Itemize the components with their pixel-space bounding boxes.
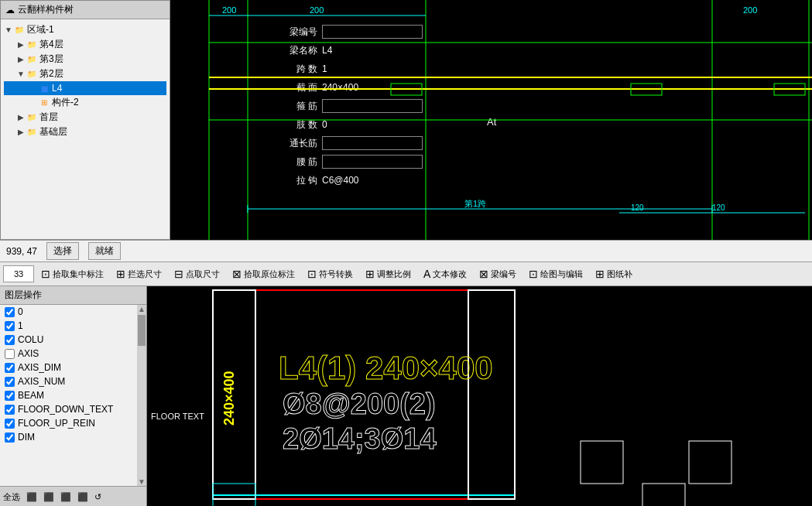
layer-checkbox[interactable] [5, 419, 15, 429]
toolbar-btn-draw-edit[interactable]: ⊡绘图与编辑 [523, 264, 588, 284]
zoom-input[interactable] [3, 265, 34, 282]
toolbar-btn-label: 调整比例 [377, 268, 411, 280]
layer-bottom-btn[interactable]: ⬛ [26, 492, 37, 502]
layer-bottom: 全选⬛⬛⬛⬛↺ [0, 486, 146, 506]
layer-name: COLU [18, 334, 43, 345]
tree-item-floor3[interactable]: ▶ 📁 第3层 [4, 52, 166, 67]
layer-checkbox[interactable] [5, 363, 15, 373]
layer-checkbox[interactable] [5, 405, 15, 415]
layer-checkbox[interactable] [5, 432, 15, 443]
svg-text:第1跨: 第1跨 [464, 199, 486, 208]
svg-text:L4(1) 240×400: L4(1) 240×400 [279, 350, 493, 386]
mode2[interactable]: 就绪 [88, 242, 121, 260]
tree-item-floor1[interactable]: ▶ 📁 首层 [4, 110, 166, 125]
layer-checkbox[interactable] [5, 391, 15, 401]
svg-text:200: 200 [222, 5, 236, 15]
tree-item-L4[interactable]: ▦ L4 [4, 81, 166, 95]
tree-item-base[interactable]: ▶ 📁 基础层 [4, 125, 166, 139]
layer-name: BEAM [18, 390, 44, 401]
tree-item-icon: 📁 [13, 24, 26, 36]
toolbar-btn-label: 梁编号 [491, 268, 516, 280]
toolbar-btn-label: 文本修改 [433, 268, 467, 280]
floor-text-label: FLOOR TEXT [151, 412, 204, 421]
tree-icon: ☁ [5, 5, 15, 15]
layer-checkbox[interactable] [5, 349, 15, 359]
layer-item-FLOOR_DOWN_TEXT: FLOOR_DOWN_TEXT [0, 402, 137, 416]
expand-icon: ▶ [16, 55, 26, 63]
svg-text:200: 200 [310, 5, 324, 15]
tree-panel: ☁ 云翻样构件树 ▼ 📁 区域-1 ▶ 📁 第4层 ▶ 📁 第3层 ▼ 📁 第2… [0, 0, 170, 240]
layer-item-BEAM: BEAM [0, 388, 137, 402]
mode1[interactable]: 选择 [46, 242, 79, 260]
expand-icon: ▼ [16, 70, 26, 78]
layer-name: AXIS_DIM [18, 362, 61, 373]
tree-item-icon: 📁 [26, 68, 38, 80]
svg-rect-38 [689, 441, 731, 484]
tree-title-text: 云翻样构件树 [18, 3, 74, 16]
svg-text:120: 120 [631, 203, 644, 212]
layer-name: DIM [18, 432, 35, 443]
toolbar-btn-drawing-edit[interactable]: ⊞图纸补 [590, 264, 638, 284]
toolbar-btn-label: 拾取集中标注 [53, 268, 104, 280]
svg-text:240×400: 240×400 [221, 371, 237, 426]
toolbar-btn-icon: ⊠ [479, 268, 488, 280]
tree-item-icon: 📁 [26, 111, 38, 124]
cad-top-svg: 200 200 200 第1跨 120 120 At [170, 0, 812, 240]
layer-bottom-btn[interactable]: ⬛ [43, 492, 54, 502]
layer-checkbox[interactable] [5, 377, 15, 387]
toolbar-btn-icon: ⊞ [595, 268, 605, 280]
toolbar-btn-symbol-convert[interactable]: ⊡符号转换 [302, 264, 358, 284]
layer-scrollbar[interactable]: ▲ ▼ [137, 305, 146, 486]
layer-bottom-btn[interactable]: ↺ [94, 492, 101, 502]
coordinates: 939, 47 [6, 246, 37, 257]
cad-top-area: 梁编号 梁名称 L4 跨 数 1 截 面 240×400 箍 筋 肢 数 0 通… [170, 0, 812, 240]
layer-name: AXIS_NUM [18, 376, 65, 387]
toolbar-btn-text-edit[interactable]: A文本修改 [418, 264, 472, 284]
toolbar-btn-label: 符号转换 [319, 268, 353, 280]
layer-panel-title: 图层操作 [0, 286, 146, 305]
expand-icon: ▶ [16, 128, 26, 136]
layer-checkbox[interactable] [5, 335, 15, 345]
toolbar-btn-pick-dim[interactable]: ⊟点取尺寸 [169, 264, 225, 284]
expand-icon: ▼ [4, 26, 13, 34]
layer-name: FLOOR_DOWN_TEXT [18, 404, 113, 415]
layer-list: 0 1 COLU AXIS AXIS_DIM AXIS_NUM BEAM FLO… [0, 305, 137, 443]
toolbar-btn-adjust-scale[interactable]: ⊞调整比例 [360, 264, 416, 284]
toolbar-btn-select-dim[interactable]: ⊞拦选尺寸 [111, 264, 167, 284]
tree-container: ▼ 📁 区域-1 ▶ 📁 第4层 ▶ 📁 第3层 ▼ 📁 第2层 ▦ L4 [1, 19, 170, 142]
toolbar-btn-label: 拦选尺寸 [128, 268, 162, 280]
toolbar: ⊡拾取集中标注⊞拦选尺寸⊟点取尺寸⊠拾取原位标注⊡符号转换⊞调整比例A文本修改⊠… [0, 262, 812, 286]
layer-bottom-btn[interactable]: ⬛ [77, 492, 88, 502]
toolbar-btn-pick-origin[interactable]: ⊠拾取原位标注 [227, 264, 300, 284]
toolbar-buttons: ⊡拾取集中标注⊞拦选尺寸⊟点取尺寸⊠拾取原位标注⊡符号转换⊞调整比例A文本修改⊠… [36, 264, 638, 284]
tree-item-region1[interactable]: ▼ 📁 区域-1 [4, 22, 166, 37]
layer-bottom-btn[interactable]: ⬛ [60, 492, 71, 502]
toolbar-btn-collect-dim[interactable]: ⊡拾取集中标注 [36, 264, 109, 284]
toolbar-btn-icon: A [423, 268, 430, 280]
tree-item-floor2[interactable]: ▼ 📁 第2层 [4, 67, 166, 81]
toolbar-btn-beam-num[interactable]: ⊠梁编号 [474, 264, 522, 284]
layer-name: 0 [18, 306, 23, 317]
layer-item-COLU: COLU [0, 333, 137, 347]
tree-title: ☁ 云翻样构件树 [1, 1, 170, 19]
layer-checkbox[interactable] [5, 307, 15, 317]
tree-item-label: 第2层 [39, 67, 63, 80]
toolbar-btn-icon: ⊟ [174, 268, 183, 280]
svg-text:Ø8@200(2): Ø8@200(2) [283, 388, 436, 420]
tree-item-icon: 📁 [26, 53, 38, 66]
tree-item-floor4[interactable]: ▶ 📁 第4层 [4, 37, 166, 52]
layer-checkbox[interactable] [5, 321, 15, 331]
toolbar-btn-icon: ⊡ [307, 268, 317, 280]
cad-bottom-svg: 240×400 L4(1) 240×400 Ø8@200(2) 2Ø14;3Ø1… [147, 286, 812, 506]
tree-item-label: 首层 [39, 111, 58, 124]
svg-rect-37 [581, 441, 623, 484]
tree-item-component2[interactable]: ⊞ 构件-2 [4, 95, 166, 110]
tree-item-icon: 📁 [26, 39, 38, 51]
layer-item-AXIS_NUM: AXIS_NUM [0, 374, 137, 388]
toolbar-btn-label: 拾取原位标注 [244, 268, 295, 280]
layer-panel: 图层操作 0 1 COLU AXIS AXIS_DIM AXIS_NUM BEA… [0, 286, 147, 506]
tree-item-label: 区域-1 [27, 23, 54, 36]
layer-item-AXIS_DIM: AXIS_DIM [0, 361, 137, 374]
toolbar-btn-icon: ⊞ [365, 268, 375, 280]
layer-bottom-btn[interactable]: 全选 [3, 491, 20, 503]
